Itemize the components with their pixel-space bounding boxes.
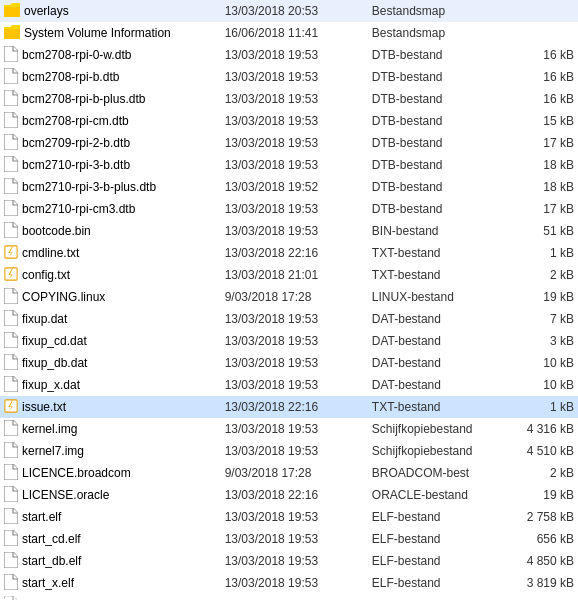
table-row[interactable]: kernel.img 13/03/2018 19:53 Schijfkopieb…	[0, 418, 578, 440]
table-row[interactable]: LICENCE.broadcom 9/03/2018 17:28 BROADCO…	[0, 462, 578, 484]
table-row[interactable]: start_db.elf 13/03/2018 19:53 ELF-bestan…	[0, 550, 578, 572]
file-icon	[4, 420, 22, 439]
file-date: 13/03/2018 19:53	[221, 66, 368, 88]
file-type: DAT-bestand	[368, 352, 505, 374]
file-icon	[4, 68, 22, 87]
table-row[interactable]: fixup_x.dat 13/03/2018 19:53 DAT-bestand…	[0, 374, 578, 396]
table-row[interactable]: bcm2708-rpi-b.dtb 13/03/2018 19:53 DTB-b…	[0, 66, 578, 88]
file-icon	[4, 332, 22, 351]
file-list: overlays 13/03/2018 20:53 Bestandsmap Sy…	[0, 0, 578, 600]
svg-rect-2	[5, 267, 17, 279]
file-name: fixup.dat	[22, 312, 67, 326]
file-date: 13/03/2018 19:52	[221, 176, 368, 198]
table-row[interactable]: COPYING.linux 9/03/2018 17:28 LINUX-best…	[0, 286, 578, 308]
file-icon	[4, 156, 22, 175]
file-size: 0 kB	[504, 594, 578, 600]
table-row[interactable]: start.elf 13/03/2018 19:53 ELF-bestand 2…	[0, 506, 578, 528]
file-size: 3 kB	[504, 330, 578, 352]
file-icon	[4, 288, 22, 307]
table-row[interactable]: bcm2710-rpi-cm3.dtb 13/03/2018 19:53 DTB…	[0, 198, 578, 220]
table-row[interactable]: kernel7.img 13/03/2018 19:53 Schijfkopie…	[0, 440, 578, 462]
file-type: Schijfkopiebestand	[368, 418, 505, 440]
table-row[interactable]: fixup_db.dat 13/03/2018 19:53 DAT-bestan…	[0, 352, 578, 374]
table-row[interactable]: fixup.dat 13/03/2018 19:53 DAT-bestand 7…	[0, 308, 578, 330]
file-type: BIN-bestand	[368, 220, 505, 242]
file-size	[504, 0, 578, 22]
file-name-cell: start_cd.elf	[0, 528, 221, 550]
file-name-cell: kernel.img	[0, 418, 221, 440]
table-row[interactable]: bcm2708-rpi-0-w.dtb 13/03/2018 19:53 DTB…	[0, 44, 578, 66]
file-date: 13/03/2018 20:53	[221, 0, 368, 22]
file-name-cell: config.txt	[0, 264, 221, 286]
file-icon	[4, 486, 22, 505]
file-date: 13/03/2018 19:53	[221, 220, 368, 242]
file-icon	[4, 574, 22, 593]
file-icon	[4, 398, 22, 417]
file-size: 2 kB	[504, 264, 578, 286]
file-type: DAT-bestand	[368, 308, 505, 330]
file-name: LICENSE.oracle	[22, 488, 109, 502]
table-row[interactable]: overlays 13/03/2018 20:53 Bestandsmap	[0, 0, 578, 22]
file-icon	[4, 354, 22, 373]
file-name: bcm2708-rpi-cm.dtb	[22, 114, 129, 128]
file-size: 2 758 kB	[504, 506, 578, 528]
file-type: ELF-bestand	[368, 528, 505, 550]
file-name: bcm2710-rpi-3-b-plus.dtb	[22, 180, 156, 194]
file-type: ELF-bestand	[368, 572, 505, 594]
file-size: 15 kB	[504, 110, 578, 132]
file-name: issue.txt	[22, 400, 66, 414]
table-row[interactable]: ssh 7/06/2018 16:39 Bestand 0 kB	[0, 594, 578, 600]
file-name-cell: bcm2710-rpi-cm3.dtb	[0, 198, 221, 220]
table-row[interactable]: LICENSE.oracle 13/03/2018 22:16 ORACLE-b…	[0, 484, 578, 506]
file-type: DTB-bestand	[368, 66, 505, 88]
file-size: 51 kB	[504, 220, 578, 242]
file-date: 13/03/2018 19:53	[221, 330, 368, 352]
file-icon	[4, 376, 22, 395]
table-row[interactable]: start_x.elf 13/03/2018 19:53 ELF-bestand…	[0, 572, 578, 594]
table-row[interactable]: System Volume Information 16/06/2018 11:…	[0, 22, 578, 44]
file-name: bcm2710-rpi-cm3.dtb	[22, 202, 135, 216]
file-icon	[4, 464, 22, 483]
file-name-cell: issue.txt	[0, 396, 221, 418]
file-date: 13/03/2018 19:53	[221, 550, 368, 572]
file-size: 656 kB	[504, 528, 578, 550]
file-type: ELF-bestand	[368, 550, 505, 572]
table-row[interactable]: bcm2708-rpi-b-plus.dtb 13/03/2018 19:53 …	[0, 88, 578, 110]
table-row[interactable]: fixup_cd.dat 13/03/2018 19:53 DAT-bestan…	[0, 330, 578, 352]
file-name: start_x.elf	[22, 576, 74, 590]
file-type: DTB-bestand	[368, 110, 505, 132]
file-icon	[4, 530, 22, 549]
file-name-cell: fixup_x.dat	[0, 374, 221, 396]
table-row[interactable]: start_cd.elf 13/03/2018 19:53 ELF-bestan…	[0, 528, 578, 550]
file-icon	[4, 46, 22, 65]
file-name-cell: start_x.elf	[0, 572, 221, 594]
file-date: 13/03/2018 22:16	[221, 396, 368, 418]
table-row[interactable]: bcm2710-rpi-3-b.dtb 13/03/2018 19:53 DTB…	[0, 154, 578, 176]
file-date: 13/03/2018 19:53	[221, 88, 368, 110]
file-type: TXT-bestand	[368, 242, 505, 264]
file-icon	[4, 310, 22, 329]
file-icon	[4, 134, 22, 153]
table-row[interactable]: config.txt 13/03/2018 21:01 TXT-bestand …	[0, 264, 578, 286]
file-size: 18 kB	[504, 176, 578, 198]
file-date: 13/03/2018 19:53	[221, 374, 368, 396]
file-icon	[4, 442, 22, 461]
file-name-cell: fixup.dat	[0, 308, 221, 330]
file-type: Bestandsmap	[368, 22, 505, 44]
file-date: 13/03/2018 22:16	[221, 242, 368, 264]
file-size: 3 819 kB	[504, 572, 578, 594]
table-row[interactable]: bcm2708-rpi-cm.dtb 13/03/2018 19:53 DTB-…	[0, 110, 578, 132]
file-size: 18 kB	[504, 154, 578, 176]
file-name-cell: bcm2709-rpi-2-b.dtb	[0, 132, 221, 154]
table-row[interactable]: bcm2709-rpi-2-b.dtb 13/03/2018 19:53 DTB…	[0, 132, 578, 154]
table-row[interactable]: bootcode.bin 13/03/2018 19:53 BIN-bestan…	[0, 220, 578, 242]
table-row[interactable]: bcm2710-rpi-3-b-plus.dtb 13/03/2018 19:5…	[0, 176, 578, 198]
table-row[interactable]: cmdline.txt 13/03/2018 22:16 TXT-bestand…	[0, 242, 578, 264]
file-type: Schijfkopiebestand	[368, 440, 505, 462]
file-type: Bestandsmap	[368, 0, 505, 22]
file-date: 13/03/2018 19:53	[221, 418, 368, 440]
file-name-cell: fixup_db.dat	[0, 352, 221, 374]
table-row[interactable]: issue.txt 13/03/2018 22:16 TXT-bestand 1…	[0, 396, 578, 418]
file-name-cell: ssh	[0, 594, 221, 600]
file-type: DTB-bestand	[368, 198, 505, 220]
